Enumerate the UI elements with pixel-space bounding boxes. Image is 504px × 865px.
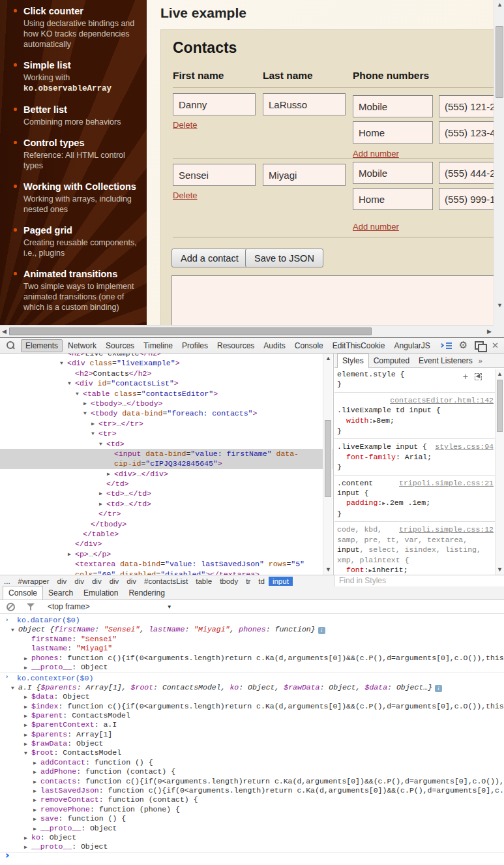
breadcrumb-item-div[interactable]: div xyxy=(106,577,123,586)
delete-contact-link-2[interactable]: Delete xyxy=(173,190,198,200)
rule-selector[interactable]: input, select, isindex, listing, xyxy=(337,545,494,554)
frame-selector[interactable]: <top frame> xyxy=(48,602,90,611)
breadcrumb-item-tbody[interactable]: tbody xyxy=(216,577,242,586)
drawer-tab-search[interactable]: Search xyxy=(43,586,78,599)
add-number-link-2[interactable]: Add number xyxy=(353,222,399,232)
page-horizontal-scrollbar[interactable]: ◀ ▶ xyxy=(0,325,504,337)
styles-scroll-down-icon[interactable]: ▼ xyxy=(497,566,503,573)
tree-line[interactable]: </tbody> xyxy=(0,519,333,529)
scroll-up-arrow-icon[interactable]: ▲ xyxy=(497,1,503,8)
expand-arrow-down-icon[interactable]: ▼ xyxy=(68,378,71,388)
expand-arrow-right-icon[interactable]: ▶ xyxy=(24,740,27,749)
console-object-line[interactable]: ▶lastSavedJson: function c(){if(0<argume… xyxy=(0,786,504,795)
tree-line[interactable]: </tr> xyxy=(0,509,333,519)
phone-type-input-2b[interactable] xyxy=(353,188,433,210)
expand-arrow-right-icon[interactable]: ▶ xyxy=(33,796,37,805)
sidebar-item[interactable]: Working with CollectionsWorking with arr… xyxy=(23,181,140,215)
styles-scrollbar[interactable]: ▲ ▼ xyxy=(495,369,504,575)
console-object-line[interactable]: ▶__proto__: Object xyxy=(0,824,504,833)
expand-arrow-right-icon[interactable]: ▶ xyxy=(33,759,37,768)
css-property[interactable]: font-family: Arial; xyxy=(337,452,494,462)
inspect-search-icon[interactable] xyxy=(5,341,16,351)
devtools-tab-angularjs[interactable]: AngularJS xyxy=(390,339,434,352)
tree-line[interactable]: cols="60" disabled="disabled"></textarea… xyxy=(0,569,333,575)
breadcrumb-item-tr[interactable]: tr xyxy=(242,577,254,586)
tree-line-selected[interactable]: cip-id="cIPJQ342845645"> xyxy=(0,459,333,468)
console-object-line[interactable]: ▶$data: Object xyxy=(0,692,504,701)
console-object-line[interactable]: ▶$parentContext: a.I xyxy=(0,720,504,729)
console-object-line[interactable]: ▶addPhone: function (contact) { xyxy=(0,767,504,776)
stylesheet-link[interactable]: tripoli.simple.css:21 xyxy=(399,478,494,488)
tree-line[interactable]: ▶<tr>…</tr> xyxy=(0,419,333,429)
info-icon[interactable]: i xyxy=(318,627,325,634)
console-object-line[interactable]: ▶contacts: function c(){if(0<arguments.l… xyxy=(0,777,504,786)
sidebar-item[interactable]: Control typesReference: All HTML control… xyxy=(23,137,140,171)
expand-arrow-right-icon[interactable]: ▶ xyxy=(24,703,27,712)
console-object-line[interactable]: ▼a.I {$parents: Array[1], $root: Contact… xyxy=(0,683,504,692)
console-object-line[interactable]: ▶ko: Object xyxy=(0,833,504,842)
sidebar-item[interactable]: Better listCombining more behaviors xyxy=(23,104,140,127)
expand-arrow-right-icon[interactable]: ▶ xyxy=(24,834,27,843)
tree-line[interactable]: ▶<td>…</td> xyxy=(0,489,333,498)
tree-line[interactable]: <h2>Contacts</h2> xyxy=(0,369,333,378)
tree-line[interactable]: ▶<div>…</div> xyxy=(0,469,333,479)
console-object-line[interactable]: ▶phones: function c(){if(0<arguments.len… xyxy=(0,654,504,663)
devtools-tab-timeline[interactable]: Timeline xyxy=(140,339,177,352)
tree-line[interactable]: ▼<table class="contactsEditor"> xyxy=(0,389,333,399)
console-object-line[interactable]: ▶save: function () { xyxy=(0,814,504,823)
phone-number-input-2a[interactable] xyxy=(439,162,494,184)
sidebar-item-title[interactable]: Paged grid xyxy=(23,224,140,236)
devtools-tab-elements[interactable]: Elements xyxy=(21,339,63,352)
stylesheet-link[interactable]: contactsEditor.html:142 xyxy=(390,396,494,404)
tree-line[interactable]: </table> xyxy=(0,529,333,539)
console-object-line[interactable]: ▶__proto__: Object xyxy=(0,842,504,851)
rule-close-brace[interactable]: } xyxy=(337,509,494,519)
tree-line[interactable]: ▼<td> xyxy=(0,439,333,449)
console-object-line[interactable]: ▶__proto__: Object xyxy=(0,663,504,672)
expand-arrow-right-icon[interactable]: ▶ xyxy=(33,787,37,796)
expand-arrow-right-icon[interactable]: ▶ xyxy=(91,419,95,429)
expand-arrow-down-icon[interactable]: ▼ xyxy=(60,358,63,368)
expand-arrow-right-icon[interactable]: ▶ xyxy=(68,549,71,559)
console-object-line[interactable]: ▶$parents: Array[1] xyxy=(0,730,504,739)
rule-close-brace[interactable]: } xyxy=(337,379,494,389)
breadcrumb-item-td[interactable]: td xyxy=(254,577,269,586)
drawer-tab-emulation[interactable]: Emulation xyxy=(78,586,123,599)
phone-type-input-1b[interactable] xyxy=(353,121,433,144)
devtools-tab-audits[interactable]: Audits xyxy=(259,339,289,352)
sidebar-item[interactable]: Simple listWorking withko.observableArra… xyxy=(23,59,140,94)
sidebar-item-title[interactable]: Animated transitions xyxy=(23,268,140,280)
first-name-input-2[interactable] xyxy=(173,164,256,186)
toggle-drawer-icon[interactable] xyxy=(440,342,452,350)
css-property[interactable]: width:▶8em; xyxy=(337,416,494,426)
breadcrumb-item-div[interactable]: div xyxy=(123,577,140,586)
first-name-input-1[interactable] xyxy=(173,93,256,115)
sidebar-item-title[interactable]: Better list xyxy=(23,104,140,115)
elements-scroll-thumb[interactable] xyxy=(325,420,331,497)
breadcrumb-item-input[interactable]: input xyxy=(269,577,293,586)
devtools-tab-profiles[interactable]: Profiles xyxy=(178,339,212,352)
expand-arrow-right-icon[interactable]: ▶ xyxy=(99,489,102,498)
scroll-right-arrow-icon[interactable]: ▶ xyxy=(487,328,492,335)
tree-line-selected[interactable]: <input data-bind="value: firstName" data… xyxy=(0,449,333,459)
phone-type-input-1a[interactable] xyxy=(353,95,433,117)
phone-number-input-1b[interactable] xyxy=(439,121,494,144)
expand-arrow-right-icon[interactable]: ▶ xyxy=(24,712,27,721)
console-object-line[interactable]: ▶addContact: function () { xyxy=(0,758,504,767)
elements-scroll-down-icon[interactable]: ▼ xyxy=(325,566,331,573)
console-object-line[interactable]: ▼$root: ContactsModel xyxy=(0,748,504,757)
frame-selector-caret-icon[interactable]: ▼ xyxy=(167,604,172,610)
breadcrumb-item-contactsList[interactable]: #contactsList xyxy=(140,577,192,586)
clear-console-icon[interactable] xyxy=(7,603,15,611)
devtools-tab-console[interactable]: Console xyxy=(291,339,327,352)
rule-selector[interactable]: .liveExample td input { xyxy=(337,405,494,415)
styles-scroll-up-icon[interactable]: ▲ xyxy=(497,371,503,377)
sidebar-item-title[interactable]: Simple list xyxy=(23,59,140,71)
elements-scroll-up-icon[interactable]: ▲ xyxy=(325,355,331,361)
save-to-json-button[interactable]: Save to JSON xyxy=(245,249,323,267)
rule-selector[interactable]: tripoli.simple.css:12code, kbd, xyxy=(337,524,494,534)
dock-window-icon[interactable] xyxy=(475,341,484,350)
stylesheet-link[interactable]: tripoli.simple.css:12 xyxy=(399,524,494,534)
expand-arrow-right-icon[interactable]: ▶ xyxy=(24,843,27,852)
expand-arrow-right-icon[interactable]: ▶ xyxy=(24,693,27,702)
